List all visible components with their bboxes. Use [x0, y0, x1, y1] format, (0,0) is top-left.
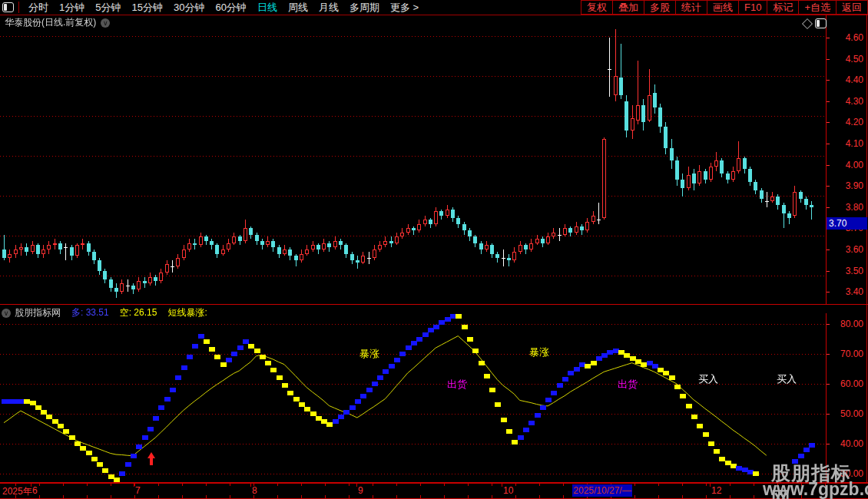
minor-tick	[111, 495, 111, 498]
minor-tick	[730, 484, 731, 486]
price-axis-label: 3.50	[831, 266, 863, 276]
minor-tick	[158, 484, 159, 486]
month-label-6: 6	[32, 485, 38, 496]
selected-date-marker: 2025/10/27/—	[572, 484, 632, 497]
minor-tick	[754, 495, 754, 498]
minor-tick	[253, 484, 254, 486]
chevron-down-icon[interactable]: ∨	[101, 18, 110, 28]
minor-tick	[63, 495, 64, 498]
minor-tick	[754, 484, 754, 486]
price-axis-label: 4.60	[831, 32, 863, 43]
minor-tick	[325, 495, 326, 498]
price-axis-tick	[827, 271, 830, 272]
indicator-source: 股朋指标网	[15, 306, 61, 319]
price-axis-label: 3.60	[831, 244, 863, 255]
nav-item-多周期[interactable]: 多周期	[350, 1, 379, 15]
value-axis-label: 50.00	[831, 408, 863, 419]
minor-tick	[15, 484, 16, 486]
price-axis-label: 4.10	[831, 138, 863, 149]
toolbar-button-复权[interactable]: 复权	[581, 0, 612, 15]
nav-item-周线[interactable]: 周线	[288, 1, 308, 15]
minor-tick	[134, 484, 135, 486]
price-axis-label: 4.00	[831, 160, 863, 170]
minor-tick	[349, 484, 350, 486]
nav-item-分时[interactable]: 分时	[28, 1, 48, 15]
minor-tick	[658, 484, 659, 486]
toolbar-divider	[18, 2, 19, 13]
candlestick-chart[interactable]	[0, 15, 825, 305]
price-axis-label: 4.40	[831, 74, 863, 85]
value-axis-tick	[827, 324, 830, 325]
value-axis-label: 70.00	[831, 349, 863, 359]
toolbar-button-标记[interactable]: 标记	[767, 0, 798, 15]
minor-tick	[682, 484, 683, 486]
price-axis-tick	[827, 38, 830, 38]
chart-title-row: 华泰股份(日线.前复权) ∨	[5, 16, 110, 29]
indicator-chart[interactable]	[0, 313, 825, 491]
price-axis-label: 4.30	[831, 96, 863, 107]
price-axis-label: 3.80	[831, 202, 863, 213]
minor-tick	[492, 495, 492, 498]
toolbar-button-叠加[interactable]: 叠加	[612, 0, 644, 15]
price-axis-label: 4.50	[831, 54, 863, 64]
nav-item-更多 >[interactable]: 更多 >	[390, 1, 419, 15]
price-axis-tick	[827, 80, 830, 81]
minor-tick	[277, 495, 278, 498]
nav-item-日线[interactable]: 日线	[257, 1, 277, 15]
month-tick	[250, 484, 251, 487]
minor-tick	[349, 495, 350, 498]
minor-tick	[563, 484, 564, 486]
price-axis-tick	[827, 101, 830, 102]
minor-tick	[206, 484, 207, 486]
price-axis-tick	[827, 292, 830, 292]
month-label-9: 9	[358, 485, 363, 496]
toolbar-button-+自选[interactable]: +自选	[798, 0, 836, 15]
price-axis-tick	[827, 207, 830, 208]
split-panel-icon[interactable]	[2, 2, 14, 12]
minor-tick	[730, 495, 731, 498]
price-axis-tick	[827, 122, 830, 123]
watermark-url: www.7gpzb.com	[763, 479, 868, 499]
signal-label-买入: 买入	[777, 372, 797, 386]
toolbar-button-返回[interactable]: 返回	[836, 0, 868, 15]
diamond-icon[interactable]	[803, 20, 811, 28]
signal-label-出货: 出货	[447, 378, 467, 392]
signal-label-暴涨: 暴涨	[529, 345, 549, 359]
minor-tick	[230, 484, 230, 486]
minor-tick	[373, 495, 373, 498]
minor-tick	[87, 484, 88, 486]
toolbar-button-多股[interactable]: 多股	[644, 0, 675, 15]
nav-item-15分钟[interactable]: 15分钟	[131, 1, 162, 15]
minor-tick	[39, 484, 40, 486]
nav-item-1分钟[interactable]: 1分钟	[59, 1, 84, 15]
toolbar-button-F10[interactable]: F10	[738, 0, 767, 15]
split-panel-icon-right[interactable]	[815, 18, 827, 28]
chevron-down-icon[interactable]: ∨	[2, 309, 11, 318]
month-tick	[31, 484, 31, 487]
month-tick	[710, 484, 711, 487]
minor-tick	[492, 484, 492, 486]
minor-tick	[158, 495, 159, 498]
nav-item-5分钟[interactable]: 5分钟	[95, 1, 121, 15]
minor-tick	[111, 484, 111, 486]
price-axis-tick	[827, 59, 830, 60]
toolbar-button-统计[interactable]: 统计	[675, 0, 707, 15]
minor-tick	[39, 495, 40, 498]
toolbar-button-画线[interactable]: 画线	[707, 0, 738, 15]
indicator-header: ∨ 股朋指标网 多: 33.51 空: 26.15 短线暴涨:	[2, 306, 207, 319]
window-right-border	[866, 15, 867, 497]
value-axis-label: 80.00	[831, 319, 863, 329]
value-axis-tick	[827, 354, 830, 355]
nav-item-30分钟[interactable]: 30分钟	[174, 1, 204, 15]
nav-item-月线[interactable]: 月线	[319, 1, 339, 15]
minor-tick	[396, 484, 397, 486]
minor-tick	[373, 484, 373, 486]
minor-tick	[253, 495, 254, 498]
price-axis-tick	[827, 165, 830, 166]
minor-tick	[301, 495, 302, 498]
minor-tick	[87, 495, 88, 498]
nav-item-60分钟[interactable]: 60分钟	[215, 1, 246, 15]
price-axis-tick	[827, 250, 830, 250]
minor-tick	[420, 484, 421, 486]
period-tabs: 分时1分钟5分钟15分钟30分钟60分钟日线周线月线多周期更多 >	[0, 0, 424, 15]
